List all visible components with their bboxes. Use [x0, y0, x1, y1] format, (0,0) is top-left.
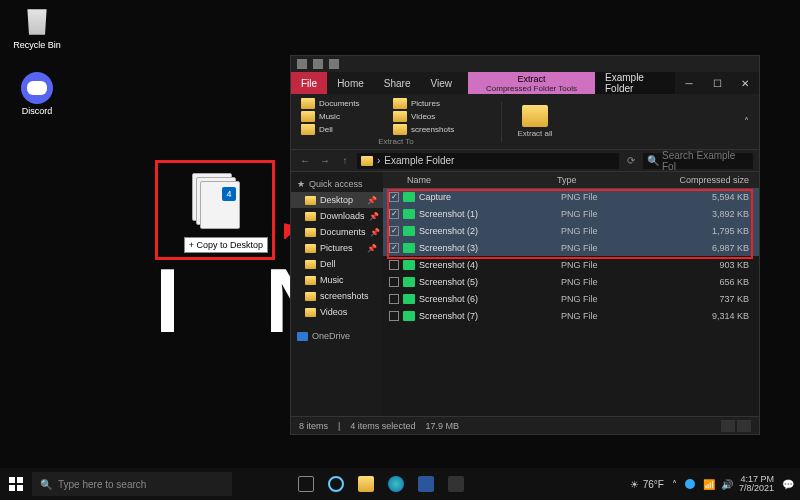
nav-item[interactable]: Videos: [291, 304, 383, 320]
pinned-app[interactable]: [412, 470, 440, 498]
nav-item[interactable]: Dell: [291, 256, 383, 272]
pinned-edge[interactable]: [382, 470, 410, 498]
ribbon-tab-file[interactable]: File: [291, 72, 327, 94]
file-row[interactable]: Screenshot (4)PNG File903 KB: [383, 256, 759, 273]
network-icon[interactable]: 📶: [703, 479, 713, 489]
row-checkbox[interactable]: [389, 260, 399, 270]
ribbon-collapse-button[interactable]: ˄: [744, 116, 749, 127]
nav-forward-button[interactable]: →: [317, 153, 333, 169]
nav-onedrive[interactable]: OneDrive: [291, 328, 383, 344]
ribbon-destination[interactable]: Documents: [301, 98, 385, 109]
file-size: 737 KB: [651, 294, 759, 304]
file-row[interactable]: Screenshot (6)PNG File737 KB: [383, 290, 759, 307]
discord-icon: [21, 72, 53, 104]
nav-item[interactable]: Downloads📌: [291, 208, 383, 224]
taskbar[interactable]: 🔍 Type here to search ☀ 76°F ˄ 📶 🔊 4:17 …: [0, 468, 800, 500]
extract-all-button[interactable]: Extract all: [512, 105, 558, 138]
pinned-explorer[interactable]: [352, 470, 380, 498]
nav-quick-access[interactable]: ★ Quick access: [291, 176, 383, 192]
weather-widget[interactable]: ☀ 76°F: [630, 479, 664, 490]
row-checkbox[interactable]: [389, 311, 399, 321]
row-checkbox[interactable]: [389, 294, 399, 304]
column-name[interactable]: Name: [407, 175, 557, 185]
qat-icon[interactable]: [329, 59, 339, 69]
view-details-button[interactable]: [721, 420, 735, 432]
ribbon-tab-share[interactable]: Share: [374, 72, 421, 94]
nav-up-button[interactable]: ↑: [337, 153, 353, 169]
file-list[interactable]: Name Type Compressed size CapturePNG Fil…: [383, 172, 759, 416]
file-size: 9,314 KB: [651, 311, 759, 321]
file-name: Screenshot (3): [419, 243, 561, 253]
svg-rect-2: [9, 485, 15, 491]
window-title: Example Folder: [595, 72, 675, 94]
pinned-app[interactable]: [442, 470, 470, 498]
ribbon-destination[interactable]: Dell: [301, 124, 385, 135]
close-button[interactable]: ✕: [731, 72, 759, 94]
titlebar[interactable]: File Home Share View Extract Compressed …: [291, 72, 759, 94]
drag-tooltip: + Copy to Desktop: [184, 237, 268, 253]
nav-item[interactable]: Documents📌: [291, 224, 383, 240]
address-bar: ← → ↑ › Example Folder ⟳ 🔍 Search Exampl…: [291, 150, 759, 172]
tray-overflow-button[interactable]: ˄: [672, 479, 677, 490]
search-box[interactable]: 🔍 Search Example Fol: [643, 153, 753, 169]
row-checkbox[interactable]: [389, 243, 399, 253]
minimize-button[interactable]: ─: [675, 72, 703, 94]
ribbon-tab-home[interactable]: Home: [327, 72, 374, 94]
search-icon: 🔍: [40, 479, 52, 490]
desktop-icon-discord[interactable]: Discord: [12, 72, 62, 116]
recycle-bin-label: Recycle Bin: [12, 40, 62, 50]
column-headers[interactable]: Name Type Compressed size: [383, 172, 759, 188]
breadcrumb[interactable]: › Example Folder: [357, 153, 619, 169]
file-type: PNG File: [561, 277, 651, 287]
row-checkbox[interactable]: [389, 209, 399, 219]
taskbar-search[interactable]: 🔍 Type here to search: [32, 472, 232, 496]
folder-icon: [393, 124, 407, 135]
nav-item[interactable]: Music: [291, 272, 383, 288]
folder-icon: [301, 111, 315, 122]
column-type[interactable]: Type: [557, 175, 647, 185]
dell-icon[interactable]: [685, 479, 695, 489]
file-type: PNG File: [561, 226, 651, 236]
refresh-button[interactable]: ⟳: [623, 153, 639, 169]
row-checkbox[interactable]: [389, 277, 399, 287]
file-row[interactable]: Screenshot (3)PNG File6,987 KB: [383, 239, 759, 256]
nav-item[interactable]: Desktop📌: [291, 192, 383, 208]
file-row[interactable]: Screenshot (1)PNG File3,892 KB: [383, 205, 759, 222]
nav-item[interactable]: screenshots: [291, 288, 383, 304]
navigation-pane[interactable]: ★ Quick access Desktop📌Downloads📌Documen…: [291, 172, 383, 416]
file-row[interactable]: CapturePNG File5,594 KB: [383, 188, 759, 205]
desktop-icon-recycle-bin[interactable]: Recycle Bin: [12, 6, 62, 50]
volume-icon[interactable]: 🔊: [721, 479, 731, 489]
row-checkbox[interactable]: [389, 192, 399, 202]
task-view-button[interactable]: [292, 470, 320, 498]
file-row[interactable]: Screenshot (5)PNG File656 KB: [383, 273, 759, 290]
ribbon-destination[interactable]: Pictures: [393, 98, 477, 109]
file-size: 3,892 KB: [651, 209, 759, 219]
svg-rect-0: [9, 477, 15, 483]
file-name: Capture: [419, 192, 561, 202]
file-explorer-window[interactable]: File Home Share View Extract Compressed …: [290, 55, 760, 435]
action-center-button[interactable]: 💬: [782, 479, 794, 490]
qat-icon[interactable]: [313, 59, 323, 69]
file-name: Screenshot (4): [419, 260, 561, 270]
nav-item[interactable]: Pictures📌: [291, 240, 383, 256]
start-button[interactable]: [0, 468, 32, 500]
column-size[interactable]: Compressed size: [647, 175, 759, 185]
ribbon-destination[interactable]: Music: [301, 111, 385, 122]
folder-icon: [305, 228, 316, 237]
png-file-icon: [403, 209, 415, 219]
file-size: 656 KB: [651, 277, 759, 287]
ribbon-contextual-tab-extract[interactable]: Extract Compressed Folder Tools: [468, 72, 595, 94]
file-row[interactable]: Screenshot (7)PNG File9,314 KB: [383, 307, 759, 324]
taskbar-clock[interactable]: 4:17 PM 7/8/2021: [739, 475, 774, 493]
cortana-button[interactable]: [322, 470, 350, 498]
pin-icon: 📌: [367, 244, 377, 253]
ribbon-destination[interactable]: Videos: [393, 111, 477, 122]
ribbon-destination[interactable]: screenshots: [393, 124, 477, 135]
file-row[interactable]: Screenshot (2)PNG File1,795 KB: [383, 222, 759, 239]
maximize-button[interactable]: ☐: [703, 72, 731, 94]
ribbon-tab-view[interactable]: View: [421, 72, 463, 94]
view-thumbnails-button[interactable]: [737, 420, 751, 432]
nav-back-button[interactable]: ←: [297, 153, 313, 169]
row-checkbox[interactable]: [389, 226, 399, 236]
